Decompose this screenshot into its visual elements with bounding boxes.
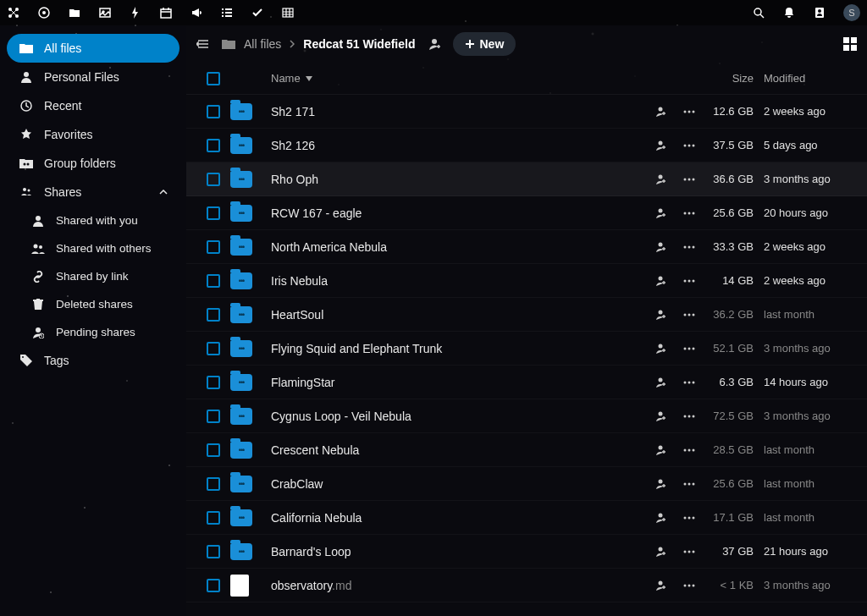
sidebar-item-tags[interactable]: Tags: [7, 346, 179, 375]
table-row[interactable]: •••Cygnus Loop - Veil Nebula72.5 GB3 mon…: [186, 399, 867, 433]
file-name[interactable]: HeartSoul: [264, 308, 620, 322]
table-row[interactable]: •••Rho Oph36.6 GB3 months ago: [186, 162, 867, 196]
more-actions-icon[interactable]: [682, 173, 696, 186]
sidebar-item-shared-with-others[interactable]: Shared with others: [7, 234, 179, 262]
file-name[interactable]: California Nebula: [264, 511, 620, 525]
sidebar-item-groupfolders[interactable]: Group folders: [7, 149, 179, 178]
announce-icon[interactable]: [190, 6, 203, 19]
more-actions-icon[interactable]: [682, 410, 696, 423]
select-all-checkbox[interactable]: [207, 72, 220, 85]
share-action-icon[interactable]: [654, 376, 667, 389]
more-actions-icon[interactable]: [682, 139, 696, 152]
share-action-icon[interactable]: [654, 579, 667, 592]
file-name[interactable]: observatory.md: [264, 579, 620, 592]
files-icon[interactable]: [68, 6, 81, 19]
file-name[interactable]: Iris Nebula: [264, 274, 620, 288]
row-checkbox[interactable]: [207, 376, 220, 389]
photos-icon[interactable]: [98, 6, 112, 19]
breadcrumb-root[interactable]: All files: [244, 37, 281, 51]
row-checkbox[interactable]: [207, 105, 220, 118]
share-action-icon[interactable]: [654, 173, 667, 186]
file-name[interactable]: FlamingStar: [264, 376, 620, 389]
table-row[interactable]: •••HeartSoul36.2 GBlast month: [186, 298, 867, 332]
column-modified[interactable]: Modified: [764, 72, 857, 85]
row-checkbox[interactable]: [207, 274, 220, 288]
file-name[interactable]: Rho Oph: [264, 173, 620, 186]
more-actions-icon[interactable]: [682, 511, 696, 525]
search-icon[interactable]: [752, 6, 765, 19]
table-row[interactable]: •••Sh2 17112.6 GB2 weeks ago: [186, 95, 867, 129]
sidebar-item-personal[interactable]: Personal Files: [7, 63, 179, 91]
file-name[interactable]: Cygnus Loop - Veil Nebula: [264, 410, 620, 423]
share-action-icon[interactable]: [654, 105, 667, 118]
share-action-icon[interactable]: [654, 308, 667, 322]
add-share-icon[interactable]: [428, 37, 441, 51]
avatar[interactable]: S: [843, 4, 860, 21]
contacts-icon[interactable]: [813, 6, 826, 19]
app-logo-icon[interactable]: [7, 6, 20, 19]
breadcrumb-current[interactable]: Redcat 51 Widefield: [303, 37, 415, 51]
more-actions-icon[interactable]: [682, 206, 696, 220]
sidebar-item-all-files[interactable]: All files: [7, 34, 179, 63]
sidebar-item-shared-with-you[interactable]: Shared with you: [7, 206, 179, 234]
file-name[interactable]: Barnard's Loop: [264, 545, 620, 558]
more-actions-icon[interactable]: [682, 342, 696, 355]
table-row[interactable]: •••Barnard's Loop37 GB21 hours ago: [186, 535, 867, 569]
share-action-icon[interactable]: [654, 139, 667, 152]
more-actions-icon[interactable]: [682, 376, 696, 389]
sidebar-item-favorites[interactable]: Favorites: [7, 120, 179, 149]
share-action-icon[interactable]: [654, 274, 667, 288]
table-row[interactable]: •••California Nebula17.1 GBlast month: [186, 501, 867, 535]
table-row[interactable]: •••CrabClaw25.6 GBlast month: [186, 467, 867, 501]
sidebar-item-shares[interactable]: Shares: [7, 178, 179, 206]
row-checkbox[interactable]: [207, 173, 220, 186]
home-folder-icon[interactable]: [222, 38, 235, 50]
row-checkbox[interactable]: [207, 443, 220, 457]
grid-view-icon[interactable]: [843, 37, 857, 51]
more-actions-icon[interactable]: [682, 105, 696, 118]
row-checkbox[interactable]: [207, 308, 220, 322]
row-checkbox[interactable]: [207, 206, 220, 220]
dashboard-icon[interactable]: [37, 6, 51, 19]
more-actions-icon[interactable]: [682, 240, 696, 254]
row-checkbox[interactable]: [207, 410, 220, 423]
table-row[interactable]: •••RCW 167 - eagle25.6 GB20 hours ago: [186, 196, 867, 230]
share-action-icon[interactable]: [654, 240, 667, 254]
more-actions-icon[interactable]: [682, 477, 696, 491]
table-row[interactable]: •••Sh2 12637.5 GB5 days ago: [186, 129, 867, 162]
tasks-list-icon[interactable]: [220, 6, 234, 19]
share-action-icon[interactable]: [654, 342, 667, 355]
share-action-icon[interactable]: [654, 443, 667, 457]
table-row[interactable]: •••FlamingStar6.3 GB14 hours ago: [186, 366, 867, 399]
column-name[interactable]: Name: [264, 72, 620, 85]
table-row[interactable]: •••Iris Nebula14 GB2 weeks ago: [186, 264, 867, 298]
sidebar-item-shared-by-link[interactable]: Shared by link: [7, 262, 179, 290]
more-actions-icon[interactable]: [682, 308, 696, 322]
sidebar-item-recent[interactable]: Recent: [7, 91, 179, 120]
row-checkbox[interactable]: [207, 477, 220, 491]
table-row[interactable]: •••Crescent Nebula28.5 GBlast month: [186, 433, 867, 467]
file-name[interactable]: Sh2 126: [264, 139, 620, 152]
file-name[interactable]: CrabClaw: [264, 477, 620, 491]
table-icon[interactable]: [281, 6, 295, 19]
file-name[interactable]: Crescent Nebula: [264, 443, 620, 457]
calendar-icon[interactable]: [159, 6, 173, 19]
notifications-icon[interactable]: [782, 6, 796, 19]
row-checkbox[interactable]: [207, 579, 220, 592]
share-action-icon[interactable]: [654, 511, 667, 525]
file-name[interactable]: RCW 167 - eagle: [264, 206, 620, 220]
row-checkbox[interactable]: [207, 545, 220, 558]
new-button[interactable]: New: [453, 32, 516, 56]
table-row[interactable]: •••Flying Squid and Elephant Trunk52.1 G…: [186, 332, 867, 366]
table-row[interactable]: •••North America Nebula33.3 GB2 weeks ag…: [186, 230, 867, 264]
table-row[interactable]: observatory.md< 1 KB3 months ago: [186, 569, 867, 602]
more-actions-icon[interactable]: [682, 545, 696, 558]
share-action-icon[interactable]: [654, 545, 667, 558]
file-name[interactable]: Flying Squid and Elephant Trunk: [264, 342, 620, 355]
file-name[interactable]: North America Nebula: [264, 240, 620, 254]
share-action-icon[interactable]: [654, 410, 667, 423]
row-checkbox[interactable]: [207, 240, 220, 254]
column-size[interactable]: Size: [696, 72, 764, 85]
row-checkbox[interactable]: [207, 511, 220, 525]
more-actions-icon[interactable]: [682, 274, 696, 288]
